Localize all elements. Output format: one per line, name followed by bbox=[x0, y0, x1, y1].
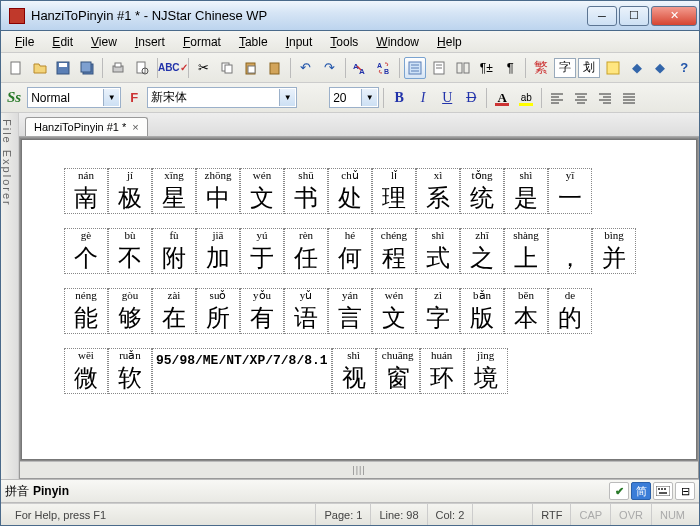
menu-view[interactable]: View bbox=[83, 33, 125, 51]
han-char-b[interactable]: 划 bbox=[578, 58, 600, 78]
hanzi-cell: běn本 bbox=[504, 288, 548, 334]
svg-rect-6 bbox=[115, 63, 121, 67]
svg-rect-10 bbox=[225, 65, 232, 73]
strike-button[interactable]: D bbox=[460, 87, 482, 109]
svg-rect-25 bbox=[457, 63, 462, 73]
title-bar: HanziToPinyin #1 * - NJStar Chinese WP ─… bbox=[1, 1, 699, 31]
ime-label[interactable]: 拼音 Pinyin bbox=[5, 483, 69, 500]
italic-button[interactable]: I bbox=[412, 87, 434, 109]
hanzi-cell: tǒng统 bbox=[460, 168, 504, 214]
status-ovr: OVR bbox=[610, 504, 651, 525]
hanzi-cell: yī一 bbox=[548, 168, 592, 214]
hanzi-cell: jiā加 bbox=[196, 228, 240, 274]
hanzi-cell: zài在 bbox=[152, 288, 196, 334]
svg-rect-26 bbox=[464, 63, 469, 73]
font-color-button[interactable]: A bbox=[491, 87, 513, 109]
text-row: wēi微ruǎn软95/98/ME/NT/XP/7/8/8.1shì视chuān… bbox=[64, 348, 688, 394]
svg-rect-47 bbox=[664, 488, 666, 490]
close-tab-icon[interactable]: × bbox=[132, 121, 138, 133]
style-combo[interactable]: Normal▼ bbox=[27, 87, 121, 108]
menu-file[interactable]: File bbox=[7, 33, 42, 51]
svg-rect-44 bbox=[656, 486, 670, 496]
redo-icon[interactable]: ↷ bbox=[319, 57, 341, 79]
copy-icon[interactable] bbox=[217, 57, 239, 79]
svg-rect-45 bbox=[658, 488, 660, 490]
bold-button[interactable]: B bbox=[388, 87, 410, 109]
open-icon[interactable] bbox=[29, 57, 51, 79]
close-button[interactable]: ✕ bbox=[651, 6, 697, 26]
menu-help[interactable]: Help bbox=[429, 33, 470, 51]
minimize-button[interactable]: ─ bbox=[587, 6, 617, 26]
help-icon[interactable]: ? bbox=[673, 57, 695, 79]
undo-icon[interactable]: ↶ bbox=[295, 57, 317, 79]
menu-insert[interactable]: Insert bbox=[127, 33, 173, 51]
hanzi-cell: shì是 bbox=[504, 168, 548, 214]
hanzi-cell: xīng星 bbox=[152, 168, 196, 214]
app2-icon[interactable]: ◆ bbox=[649, 57, 671, 79]
hanzi-cell: suǒ所 bbox=[196, 288, 240, 334]
hanzi-cell: xì系 bbox=[416, 168, 460, 214]
text-row: nán南jí极xīng星zhōng中wén文shū书chǔ处lǐ理xì系tǒng… bbox=[64, 168, 688, 214]
paste-special-icon[interactable] bbox=[264, 57, 286, 79]
print-icon[interactable] bbox=[107, 57, 129, 79]
menu-tools[interactable]: Tools bbox=[322, 33, 366, 51]
find-icon[interactable]: AA bbox=[349, 57, 371, 79]
menu-table[interactable]: Table bbox=[231, 33, 276, 51]
status-bar: For Help, press F1 Page: 1 Line: 98 Col:… bbox=[1, 503, 699, 525]
paste-icon[interactable] bbox=[240, 57, 262, 79]
menu-format[interactable]: Format bbox=[175, 33, 229, 51]
svg-rect-46 bbox=[661, 488, 663, 490]
align-center-button[interactable] bbox=[570, 87, 592, 109]
maximize-button[interactable]: ☐ bbox=[619, 6, 649, 26]
menu-window[interactable]: Window bbox=[368, 33, 427, 51]
hanzi-cell: bǎn版 bbox=[460, 288, 504, 334]
spellcheck-icon[interactable]: ABC✓ bbox=[162, 57, 184, 79]
side-panel-label[interactable]: File Explorer bbox=[1, 113, 19, 479]
hanzi-cell: zhī之 bbox=[460, 228, 504, 274]
view-page-icon[interactable] bbox=[428, 57, 450, 79]
save-icon[interactable] bbox=[53, 57, 75, 79]
hanzi-cell: shì式 bbox=[416, 228, 460, 274]
hanzi-cell: chuāng窗 bbox=[376, 348, 420, 394]
view-normal-icon[interactable] bbox=[404, 57, 426, 79]
menu-input[interactable]: Input bbox=[278, 33, 321, 51]
menu-edit[interactable]: Edit bbox=[44, 33, 81, 51]
highlight-toggle-icon[interactable] bbox=[602, 57, 624, 79]
print-preview-icon[interactable] bbox=[131, 57, 153, 79]
main-toolbar: ABC✓ ✂ ↶ ↷ AA AB ¶± ¶ 繁 字 划 ◆ ◆ ? bbox=[1, 53, 699, 83]
align-right-button[interactable] bbox=[594, 87, 616, 109]
align-left-button[interactable] bbox=[546, 87, 568, 109]
font-picker-icon[interactable]: F bbox=[123, 87, 145, 109]
hanzi-cell: jí极 bbox=[108, 168, 152, 214]
ime-settings-button[interactable]: ⊟ bbox=[675, 482, 695, 500]
ime-simp-button[interactable]: 简 bbox=[631, 482, 651, 500]
app1-icon[interactable]: ◆ bbox=[626, 57, 648, 79]
highlight-button[interactable]: ab bbox=[515, 87, 537, 109]
new-icon[interactable] bbox=[5, 57, 27, 79]
save-all-icon[interactable] bbox=[76, 57, 98, 79]
document-canvas[interactable]: nán南jí极xīng星zhōng中wén文shū书chǔ处lǐ理xì系tǒng… bbox=[21, 139, 697, 460]
hanzi-cell: shì视 bbox=[332, 348, 376, 394]
size-combo[interactable]: 20▼ bbox=[329, 87, 379, 108]
svg-rect-7 bbox=[137, 62, 145, 73]
han-char-a[interactable]: 字 bbox=[554, 58, 576, 78]
cut-icon[interactable]: ✂ bbox=[193, 57, 215, 79]
align-justify-button[interactable] bbox=[618, 87, 640, 109]
show-marks-icon[interactable]: ¶± bbox=[475, 57, 497, 79]
font-combo[interactable]: 新宋体▼ bbox=[147, 87, 297, 108]
document-tab[interactable]: HanziToPinyin #1 * × bbox=[25, 117, 148, 136]
hanzi-cell: fù附 bbox=[152, 228, 196, 274]
ime-keyboard-button[interactable] bbox=[653, 482, 673, 500]
hanzi-cell: chǔ处 bbox=[328, 168, 372, 214]
replace-icon[interactable]: AB bbox=[373, 57, 395, 79]
view-columns-icon[interactable] bbox=[452, 57, 474, 79]
toggle-mark-icon[interactable]: ¶ bbox=[499, 57, 521, 79]
convert-icon[interactable]: 繁 bbox=[530, 57, 552, 79]
ime-check-button[interactable]: ✔ bbox=[609, 482, 629, 500]
hanzi-cell: bìng并 bbox=[592, 228, 636, 274]
underline-button[interactable]: U bbox=[436, 87, 458, 109]
horizontal-scrollbar[interactable]: |||| bbox=[20, 461, 698, 478]
hanzi-cell: wén文 bbox=[372, 288, 416, 334]
hanzi-cell: shū书 bbox=[284, 168, 328, 214]
status-cap: CAP bbox=[570, 504, 610, 525]
